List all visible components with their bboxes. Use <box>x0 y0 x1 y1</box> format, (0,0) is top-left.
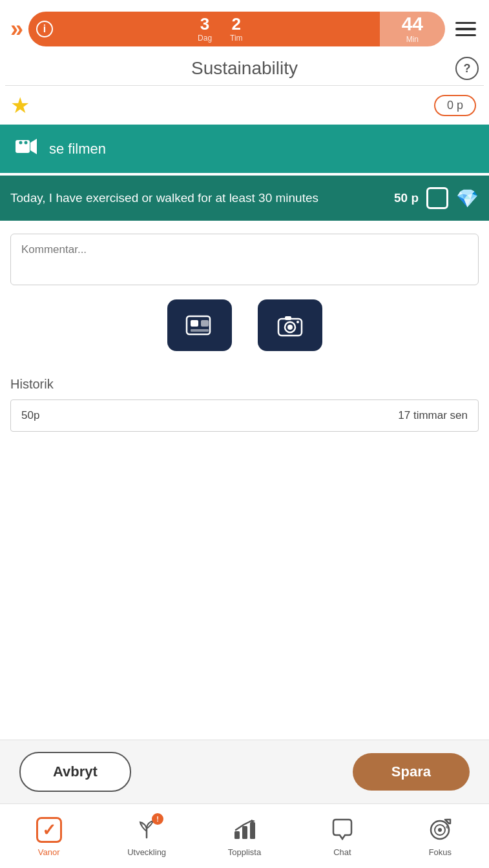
svg-rect-16 <box>242 826 247 839</box>
topplista-label: Topplista <box>228 847 261 857</box>
hamburger-line-2 <box>455 28 476 30</box>
timer-min-section: 44 Min <box>380 12 445 46</box>
svg-rect-7 <box>191 329 209 332</box>
topplista-icon-wrap <box>231 816 259 844</box>
video-camera-icon <box>16 137 37 160</box>
cancel-button[interactable]: Avbryt <box>19 752 131 792</box>
svg-point-10 <box>287 325 293 330</box>
upload-buttons <box>10 299 479 358</box>
utveckling-label: Utveckling <box>127 847 166 857</box>
historik-points: 50p <box>21 409 398 422</box>
help-button[interactable]: ? <box>455 57 479 80</box>
comment-section <box>0 221 489 364</box>
chat-icon <box>329 817 355 843</box>
svg-point-14 <box>140 822 143 825</box>
chat-label: Chat <box>333 847 351 857</box>
historik-row: 50p 17 timmar sen <box>10 399 479 432</box>
timer-tim: 2 Tim <box>221 15 252 43</box>
svg-point-3 <box>25 141 28 145</box>
historik-time: 17 timmar sen <box>398 409 468 422</box>
timer-dag: 3 Dag <box>189 15 221 43</box>
sidebar-item-topplista[interactable]: Topplista <box>196 816 293 857</box>
utveckling-icon-wrap: ! <box>132 816 161 844</box>
vanor-checkbox-icon: ✓ <box>36 817 62 843</box>
diamond-icon: 💎 <box>456 188 479 209</box>
hamburger-line-1 <box>455 22 476 25</box>
camera-button[interactable] <box>258 299 322 351</box>
svg-rect-11 <box>285 316 291 320</box>
exercise-points: 50 p <box>394 191 419 205</box>
svg-rect-6 <box>201 320 209 327</box>
page-title: Sustainability <box>34 58 455 79</box>
tim-value: 2 <box>232 15 241 32</box>
chat-icon-wrap <box>328 816 357 844</box>
entwicklung-badge: ! <box>152 813 163 825</box>
exercise-row: Today, I have exercised or walked for at… <box>0 176 489 221</box>
svg-rect-0 <box>16 140 30 153</box>
info-icon: i <box>36 21 53 37</box>
exercise-checkbox[interactable] <box>426 187 448 209</box>
sidebar-item-fokus[interactable]: Fokus <box>391 816 489 857</box>
timer-bar: i 3 Dag 2 Tim 44 Min <box>28 12 445 46</box>
sidebar-item-chat[interactable]: Chat <box>293 816 391 857</box>
star-points-row: ★ 0 p <box>0 86 489 125</box>
star-icon: ★ <box>10 92 30 118</box>
points-badge: 0 p <box>434 95 476 116</box>
historik-title: Historik <box>10 377 479 392</box>
exercise-text: Today, I have exercised or walked for at… <box>10 190 386 207</box>
video-label: se filmen <box>49 141 106 157</box>
timer-min: 44 Min <box>393 14 432 44</box>
svg-point-21 <box>438 828 442 832</box>
logo[interactable]: » <box>10 15 21 43</box>
header: » i 3 Dag 2 Tim 44 Min <box>0 0 489 53</box>
fokus-icon <box>427 817 453 843</box>
hamburger-line-3 <box>455 34 476 37</box>
svg-rect-15 <box>234 831 240 839</box>
vanor-icon-wrap: ✓ <box>35 816 63 844</box>
bottom-navigation: ✓ Vanor ! Utveckling <box>0 803 489 868</box>
sidebar-item-vanor[interactable]: ✓ Vanor <box>0 816 98 857</box>
save-button[interactable]: Spara <box>353 753 470 791</box>
title-row: Sustainability ? <box>0 53 489 85</box>
bottom-action-bar: Avbryt Spara <box>0 740 489 803</box>
sidebar-item-utveckling[interactable]: ! Utveckling <box>98 816 195 857</box>
comment-input[interactable] <box>10 234 479 285</box>
svg-rect-17 <box>250 822 255 839</box>
dag-label: Dag <box>198 34 212 43</box>
vanor-check-mark: ✓ <box>42 822 56 838</box>
svg-point-12 <box>297 321 299 323</box>
fokus-icon-wrap <box>426 816 454 844</box>
video-button[interactable]: se filmen <box>0 125 489 173</box>
vanor-label: Vanor <box>38 847 60 857</box>
historik-section: Historik 50p 17 timmar sen <box>0 364 489 438</box>
hamburger-button[interactable] <box>453 19 479 39</box>
svg-marker-1 <box>30 139 37 154</box>
gallery-button[interactable] <box>167 299 232 351</box>
timer-info-section: i <box>28 12 61 46</box>
svg-rect-5 <box>191 320 198 327</box>
svg-point-2 <box>19 141 23 145</box>
min-value: 44 <box>402 14 423 34</box>
chart-icon <box>232 817 258 843</box>
fokus-label: Fokus <box>429 847 452 857</box>
timer-numbers: 3 Dag 2 Tim <box>61 12 380 46</box>
badge-text: ! <box>156 815 159 823</box>
dag-value: 3 <box>200 15 209 32</box>
min-label: Min <box>406 35 419 44</box>
tim-label: Tim <box>230 34 243 43</box>
